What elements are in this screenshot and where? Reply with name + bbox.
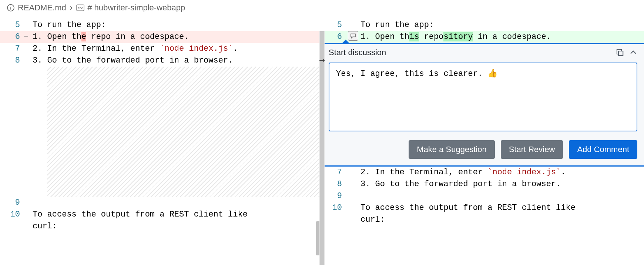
thread-pointer-icon: [342, 40, 349, 43]
start-review-button[interactable]: Start Review: [501, 140, 563, 159]
svg-point-2: [10, 6, 11, 6]
svg-text:abc: abc: [78, 6, 83, 10]
code-text: To run the app:: [33, 19, 322, 31]
line-number: 5: [0, 19, 24, 31]
line-number: 8: [322, 178, 346, 190]
code-line[interactable]: 10 To access the output from a REST clie…: [322, 202, 644, 226]
make-suggestion-button[interactable]: Make a Suggestion: [409, 140, 494, 159]
code-line[interactable]: 7 2. In the Terminal, enter `node index.…: [0, 43, 322, 55]
code-line[interactable]: 9: [0, 197, 322, 209]
diff-spacer: [47, 67, 322, 197]
comment-thread-title: Start discussion: [329, 48, 386, 57]
code-text: 1. Open the repo in a codespace.: [33, 31, 322, 43]
code-text: To access the output from a REST client …: [33, 209, 322, 232]
line-number: 6: [0, 31, 24, 43]
comment-input[interactable]: Yes, I agree, this is clearer. 👍: [329, 63, 637, 131]
line-number: 10: [0, 209, 24, 221]
line-number: 8: [0, 55, 24, 67]
line-number: 7: [322, 167, 346, 178]
line-number: 9: [0, 197, 24, 209]
code-text: To access the output from a REST client …: [360, 202, 644, 226]
diff-original-pane[interactable]: 5 To run the app: 6 − 1. Open the repo i…: [0, 16, 322, 265]
breadcrumb-filename[interactable]: README.md: [18, 3, 66, 13]
line-number: 7: [0, 43, 24, 55]
code-line[interactable]: 10 To access the output from a REST clie…: [0, 209, 322, 232]
comment-thread-widget: Start discussion Yes, I agree, this is c…: [322, 43, 644, 167]
symbol-string-icon: abc: [76, 4, 84, 11]
comment-icon: [350, 33, 356, 39]
code-text: 1. Open this repository in a codespace.: [360, 31, 644, 43]
code-text: 2. In the Terminal, enter `node index.js…: [360, 167, 644, 178]
chevron-up-icon[interactable]: [629, 48, 637, 57]
code-line[interactable]: 9: [322, 190, 644, 202]
diff-modified-pane[interactable]: 5 To run the app: 6 1. Open this reposit…: [322, 16, 644, 265]
line-number: 10: [322, 202, 346, 214]
code-text: To run the app:: [360, 19, 644, 31]
code-text: 2. In the Terminal, enter `node index.js…: [33, 43, 322, 55]
code-line[interactable]: 5 To run the app:: [0, 19, 322, 31]
breadcrumb-heading[interactable]: # hubwriter-simple-webapp: [87, 3, 185, 13]
line-number: 9: [322, 190, 346, 202]
code-text: 3. Go to the forwarded port in a browser…: [33, 55, 322, 67]
add-comment-button[interactable]: Add Comment: [569, 140, 637, 159]
code-line-added[interactable]: 6 1. Open this repository in a codespace…: [322, 31, 644, 43]
breadcrumb-separator: ›: [70, 3, 73, 13]
diff-marker: −: [24, 31, 33, 43]
expand-icon[interactable]: [616, 48, 624, 57]
comment-glyph-icon[interactable]: [348, 31, 358, 41]
code-line[interactable]: 7 2. In the Terminal, enter `node index.…: [322, 167, 644, 178]
line-number: 5: [322, 19, 346, 31]
code-line-deleted[interactable]: 6 − 1. Open the repo in a codespace.: [0, 31, 322, 43]
breadcrumb: README.md › abc # hubwriter-simple-webap…: [0, 0, 644, 16]
code-line[interactable]: 5 To run the app:: [322, 19, 644, 31]
scrollbar-vertical[interactable]: [316, 221, 322, 255]
code-line[interactable]: 8 3. Go to the forwarded port in a brows…: [0, 55, 322, 67]
code-text: 3. Go to the forwarded port in a browser…: [360, 178, 644, 190]
code-line[interactable]: 8 3. Go to the forwarded port in a brows…: [322, 178, 644, 190]
info-icon: [7, 4, 15, 12]
